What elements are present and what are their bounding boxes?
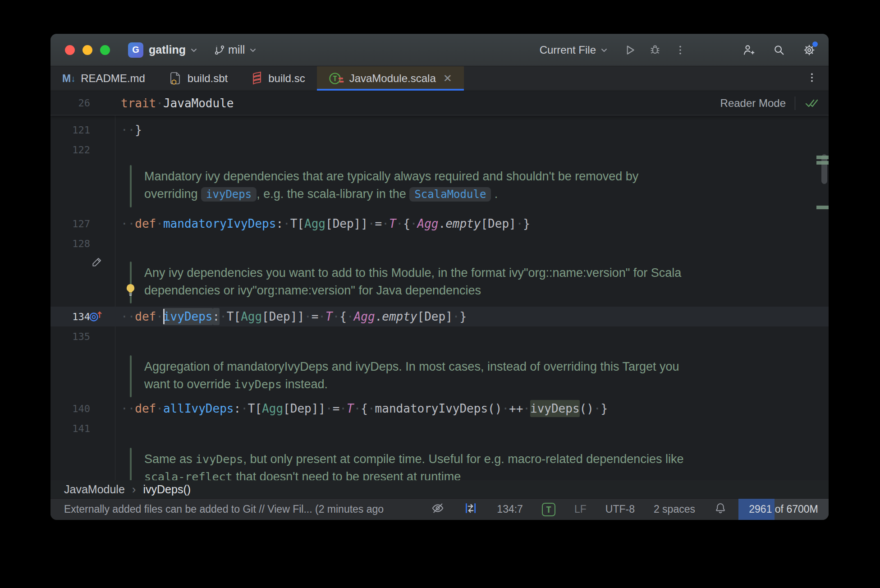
editor-line-121[interactable]: 121··} [50, 120, 829, 140]
editor-line-128[interactable]: 128 [50, 234, 829, 253]
close-window-button[interactable] [65, 45, 75, 55]
code-token: : [213, 308, 220, 325]
editor-line-135[interactable]: 135 [50, 326, 829, 346]
code-token: [ [234, 310, 241, 323]
code-token: ·· [121, 310, 135, 323]
close-tab-icon[interactable]: ✕ [443, 72, 452, 85]
indent-widget[interactable]: 2 spaces [654, 503, 695, 515]
code-token: · [382, 217, 389, 230]
edit-comment-pencil-icon[interactable] [91, 256, 103, 270]
tab-options-kebab-icon[interactable] [795, 72, 829, 85]
code-text[interactable] [115, 234, 121, 253]
tab-README.md[interactable]: M↓README.md [50, 66, 157, 91]
reader-mode-toggle[interactable]: Reader Mode [720, 97, 786, 110]
status-message[interactable]: Externally added files can be added to G… [64, 503, 431, 515]
code-text[interactable] [115, 418, 121, 438]
tab-build.sbt[interactable]: build.sbt [157, 66, 239, 91]
code-token: JavaModule [163, 96, 234, 110]
code-token: · [156, 96, 163, 110]
code-token: Agg [354, 310, 375, 323]
gutter: 134 [50, 307, 115, 326]
code-text[interactable] [115, 140, 121, 160]
line-ending-widget[interactable]: LF [574, 503, 587, 515]
doc-comment-line: Mandatory ivy dependencies that are typi… [144, 168, 829, 185]
doc-comment-line: dependencies or ivy"org:name:version" fo… [144, 282, 829, 299]
highlighting-level-button[interactable] [431, 501, 445, 518]
code-token: · [523, 402, 530, 415]
code-token: Dep [269, 310, 290, 323]
text-caret [163, 309, 165, 324]
code-token: ·· [121, 123, 135, 137]
editor-line-141[interactable]: 141 [50, 418, 829, 438]
doc-text: ivyDeps [196, 453, 243, 466]
editor-line-127[interactable]: 127··def·mandatoryIvyDeps:·T[Agg[Dep]]·=… [50, 214, 829, 234]
editor-line-140[interactable]: 140··def·allIvyDeps:·T[Agg[Dep]]·=·T·{·m… [50, 399, 829, 418]
code-text[interactable]: ··def·mandatoryIvyDeps:·T[Agg[Dep]]·=·T·… [115, 214, 530, 234]
code-token: T [248, 402, 255, 415]
encoding-widget[interactable]: UTF-8 [605, 503, 635, 515]
active-tab-underline [317, 89, 464, 91]
type-widget[interactable]: T [542, 503, 555, 516]
zoom-window-button[interactable] [100, 45, 110, 55]
minimize-window-button[interactable] [82, 45, 92, 55]
tab-build.sc[interactable]: build.sc [239, 66, 316, 91]
editor-line-122[interactable]: 122 [50, 140, 829, 160]
code-token: [ [255, 402, 262, 415]
code-token: · [502, 402, 509, 415]
indent-transfer-button[interactable] [463, 501, 478, 518]
doc-text: want to override [144, 377, 234, 391]
editor-pane[interactable]: · · · · resolveDeps(T.task { transitiveI… [50, 115, 829, 480]
code-token: · [410, 217, 417, 230]
code-token: · [354, 402, 361, 415]
tab-label: README.md [81, 72, 145, 85]
doc-code-chip[interactable]: ivyDeps [201, 187, 257, 202]
code-token: = [375, 217, 382, 230]
run-configuration-selector[interactable]: Current File [540, 44, 609, 56]
breadcrumb-member[interactable]: ivyDeps() [143, 483, 191, 496]
doc-comment-guide-bar [130, 355, 132, 397]
code-token: empty [382, 310, 417, 323]
add-user-button[interactable] [739, 41, 758, 60]
status-bar: Externally added files can be added to G… [50, 498, 829, 520]
gutter: 140 [50, 399, 115, 418]
memory-indicator[interactable]: 2961 of 6700M [738, 499, 829, 520]
line-number: 134 [72, 311, 90, 322]
vcs-branch-widget[interactable]: mill [214, 43, 258, 56]
doc-code-chip[interactable]: ScalaModule [409, 187, 491, 202]
code-token: def [135, 217, 156, 230]
code-text[interactable] [115, 326, 121, 346]
code-token: · [339, 402, 347, 415]
override-icon[interactable] [88, 310, 104, 323]
breadcrumb-chevron: › [132, 482, 136, 496]
breadcrumb-class[interactable]: JavaModule [64, 483, 125, 496]
code-token: ivyDeps [163, 308, 213, 325]
doc-text: . [491, 187, 498, 201]
notifications-button[interactable] [714, 502, 727, 517]
code-text[interactable]: ··def·ivyDeps:·T[Agg[Dep]]·=·T·{·Agg.emp… [115, 307, 467, 326]
code-token: empty [445, 217, 481, 230]
settings-button[interactable] [800, 41, 819, 60]
project-icon: G [128, 42, 143, 58]
code-token: Agg [241, 310, 262, 323]
debug-button[interactable] [646, 41, 665, 60]
settings-update-badge [812, 41, 818, 47]
search-button[interactable] [770, 41, 788, 60]
gutter: 135 [50, 326, 115, 346]
intention-bulb-icon[interactable] [124, 283, 137, 299]
run-button[interactable] [620, 41, 639, 60]
inspections-ok-check-icon[interactable] [804, 98, 819, 109]
code-text[interactable]: ··} [115, 120, 142, 140]
caret-position[interactable]: 134:7 [497, 503, 523, 515]
code-text[interactable]: ··def·allIvyDeps:·T[Agg[Dep]]·=·T·{·mand… [115, 399, 608, 418]
sticky-code-line[interactable]: 26 trait·JavaModule Reader Mode [50, 91, 829, 115]
code-token: () [580, 402, 594, 415]
line-number: 141 [72, 423, 90, 434]
project-widget[interactable]: G gatling [128, 42, 198, 58]
more-actions-kebab-icon[interactable] [671, 41, 690, 60]
tab-JavaModule.scala[interactable]: TJavaModule.scala✕ [317, 66, 464, 91]
editor-line-134[interactable]: 134··def·ivyDeps:·T[Agg[Dep]]·=·T·{·Agg.… [50, 307, 829, 326]
scala-file-icon [251, 71, 263, 86]
clipped-code-line[interactable]: · · · · resolveDeps(T.task { transitiveI… [50, 115, 829, 120]
code-token: [ [283, 402, 290, 415]
titlebar: G gatling mill Current File [50, 34, 829, 66]
